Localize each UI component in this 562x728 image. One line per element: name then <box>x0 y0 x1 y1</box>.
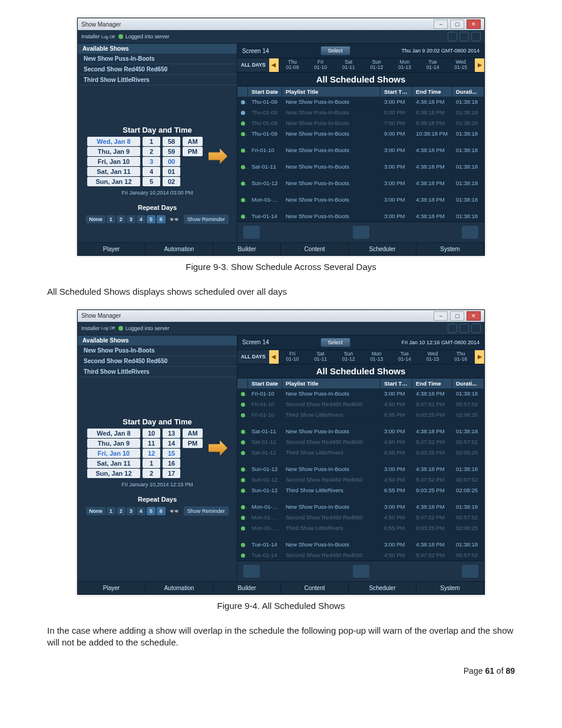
picker-cell[interactable]: 16 <box>163 459 180 468</box>
repeat-button[interactable]: 6 <box>157 507 166 515</box>
picker-cell[interactable]: 1 <box>143 137 160 146</box>
repeat-button[interactable]: 6 <box>157 215 166 223</box>
refresh-icon[interactable] <box>243 565 260 578</box>
toolbar-icon[interactable] <box>448 32 457 41</box>
repeat-button[interactable]: 2 <box>117 507 125 515</box>
bottom-tab[interactable]: Builder <box>213 243 281 255</box>
table-row[interactable]: Tue-01-14Second Show Red450 Red6504:50 P… <box>237 550 484 561</box>
close-icon[interactable]: ✕ <box>467 311 481 321</box>
table-row[interactable]: Thu-01-09New Show Puss-In-Boots3:00 PM4:… <box>237 97 484 107</box>
day-cell[interactable]: Fri01-10 <box>306 58 335 72</box>
day-cell[interactable]: Mon01-13 <box>391 58 419 72</box>
picker-cell[interactable]: 2 <box>143 469 160 478</box>
toolbar-icon[interactable] <box>471 32 481 41</box>
bottom-tab[interactable]: Player <box>78 243 146 255</box>
picker-cell[interactable]: 14 <box>163 439 180 448</box>
picker-cell[interactable]: 2 <box>143 147 160 156</box>
picker-cell[interactable]: Fri, Jan 10 <box>87 157 140 166</box>
picker-cell[interactable]: 17 <box>163 469 180 478</box>
table-row[interactable]: Sun-01-12Third Show LittleRivers6:55 PM9… <box>237 485 484 496</box>
picker-cell[interactable]: Sun, Jan 12 <box>87 469 140 478</box>
logoff-label[interactable]: Log Off <box>101 35 115 39</box>
bottom-tab[interactable]: System <box>416 243 484 255</box>
bottom-tab[interactable]: Player <box>78 582 146 594</box>
picker-cell[interactable]: AM <box>183 429 203 438</box>
picker-cell[interactable]: 58 <box>163 137 180 146</box>
list-item[interactable]: Third Show LittleRivers <box>78 367 237 377</box>
go-arrow-icon[interactable] <box>209 149 227 164</box>
day-cell[interactable]: Sat01-11 <box>335 58 363 72</box>
repeat-days-buttons[interactable]: None123456👓Show Reminder <box>78 213 237 230</box>
bottom-tabs[interactable]: PlayerAutomationBuilderContentSchedulerS… <box>78 581 484 594</box>
day-cell[interactable]: Sun01-12 <box>335 350 363 364</box>
bottom-tab[interactable]: Automation <box>146 582 213 594</box>
list-item[interactable]: Second Show Red450 Red650 <box>78 64 237 75</box>
repeat-button[interactable]: 4 <box>137 507 146 515</box>
picker-cell[interactable]: 13 <box>163 429 180 438</box>
table-row[interactable]: Mon-01-13Second Show Red450 Red6504:50 P… <box>237 512 484 523</box>
day-cell[interactable]: Wed01-15 <box>419 350 447 364</box>
bottom-tab[interactable]: Content <box>281 582 349 594</box>
datetime-picker[interactable]: Wed, Jan 8Thu, Jan 9Fri, Jan 10Sat, Jan … <box>78 137 237 189</box>
list-item[interactable]: Second Show Red450 Red650 <box>78 356 237 367</box>
installer-label[interactable]: Installer <box>81 325 100 331</box>
table-row[interactable]: Fri-01-10New Show Puss-In-Boots3:00 PM4:… <box>237 388 484 399</box>
toolbar-icon[interactable] <box>459 32 469 41</box>
window-buttons[interactable]: – ▢ ✕ <box>433 19 481 29</box>
table-row[interactable]: Sat-01-11Second Show Red450 Red6504:50 P… <box>237 437 484 447</box>
prev-arrow-icon[interactable]: ◀ <box>269 58 279 72</box>
action-icon[interactable] <box>353 565 369 578</box>
maximize-icon[interactable]: ▢ <box>450 19 464 29</box>
picker-cell[interactable]: 12 <box>143 449 160 458</box>
repeat-button[interactable]: 2 <box>117 215 125 223</box>
day-cell[interactable]: Tue01-14 <box>391 350 419 364</box>
table-row[interactable]: Thu-01-09New Show Puss-In-Boots9:00 PM10… <box>237 129 484 139</box>
maximize-icon[interactable]: ▢ <box>450 311 464 321</box>
action-icon[interactable] <box>462 226 478 239</box>
minimize-icon[interactable]: – <box>434 311 448 321</box>
show-reminder-button[interactable]: Show Reminder <box>184 506 229 516</box>
picker-cell[interactable]: Fri, Jan 10 <box>87 449 140 458</box>
day-cell[interactable]: Thu01-09 <box>279 58 307 72</box>
bottom-tabs[interactable]: PlayerAutomationBuilderContentSchedulerS… <box>78 242 484 255</box>
table-row[interactable]: Sat-01-11New Show Puss-In-Boots3:00 PM4:… <box>237 162 484 172</box>
installer-label[interactable]: Installer <box>81 34 100 39</box>
picker-cell[interactable]: 4 <box>143 167 160 176</box>
select-button[interactable]: Select <box>320 338 351 347</box>
list-item[interactable]: Third Show LittleRivers <box>78 75 237 85</box>
next-arrow-icon[interactable]: ▶ <box>475 350 484 364</box>
table-row[interactable]: Thu-01-09New Show Puss-In-Boots7:00 PM8:… <box>237 118 484 129</box>
table-row[interactable]: Sun-01-12New Show Puss-In-Boots3:00 PM4:… <box>237 178 484 189</box>
table-row[interactable]: Mon-01-13New Show Puss-In-Boots3:00 PM4:… <box>237 502 484 512</box>
picker-cell[interactable]: AM <box>183 137 203 146</box>
table-row[interactable]: Thu-01-09New Show Puss-In-Boots5:00 PM6:… <box>237 107 484 118</box>
repeat-button[interactable]: 1 <box>107 215 115 223</box>
picker-cell[interactable]: Sat, Jan 11 <box>87 167 140 176</box>
go-arrow-icon[interactable] <box>209 440 227 456</box>
table-row[interactable]: Fri-01-10Second Show Red450 Red6504:50 P… <box>237 399 484 410</box>
next-arrow-icon[interactable]: ▶ <box>475 58 484 72</box>
days-bar[interactable]: ALL DAYS ◀ Fri01-10Sat01-11Sun01-12Mon01… <box>237 350 484 364</box>
repeat-button[interactable]: 3 <box>127 507 135 515</box>
day-cell[interactable]: Mon01-13 <box>362 350 391 364</box>
repeat-button[interactable]: 5 <box>147 215 156 223</box>
bottom-tab[interactable]: System <box>416 582 484 594</box>
picker-cell[interactable]: 01 <box>163 167 180 176</box>
repeat-button[interactable]: 1 <box>107 507 115 515</box>
repeat-button[interactable]: None <box>86 215 105 223</box>
close-icon[interactable]: ✕ <box>467 19 481 29</box>
picker-cell[interactable]: Wed, Jan 8 <box>87 137 140 146</box>
repeat-button[interactable]: 4 <box>137 215 146 223</box>
picker-cell[interactable]: Sat, Jan 11 <box>87 459 140 468</box>
table-row[interactable]: Sun-01-12Second Show Red450 Red6504:50 P… <box>237 475 484 485</box>
all-days-tab[interactable]: ALL DAYS <box>237 350 269 364</box>
day-cell[interactable]: Sun01-12 <box>362 58 391 72</box>
picker-cell[interactable]: Thu, Jan 9 <box>87 147 140 156</box>
picker-cell[interactable]: 1 <box>143 459 160 468</box>
picker-cell[interactable]: Wed, Jan 8 <box>87 429 140 438</box>
picker-cell[interactable]: 00 <box>163 157 180 166</box>
action-icon[interactable] <box>353 226 369 239</box>
day-cell[interactable]: Tue01-14 <box>419 58 447 72</box>
repeat-button[interactable]: 3 <box>127 215 135 223</box>
bottom-tab[interactable]: Scheduler <box>349 582 416 594</box>
